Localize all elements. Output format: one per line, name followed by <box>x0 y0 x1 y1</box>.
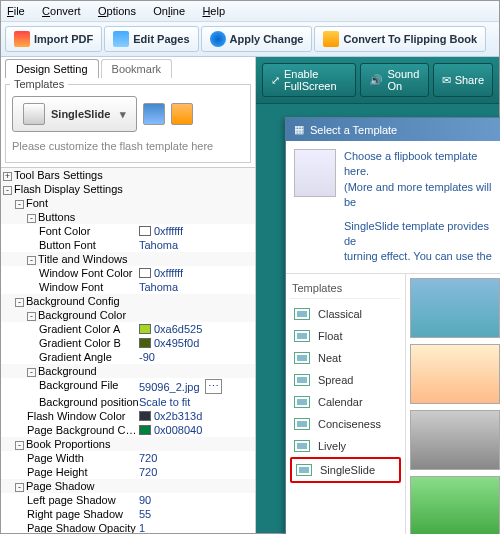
prop-bg-pos: Background position <box>3 396 139 408</box>
prop-page-h: Page Height <box>3 466 139 478</box>
apply-change-button[interactable]: Apply Change <box>201 26 313 52</box>
template-item-lively[interactable]: Lively <box>290 435 401 457</box>
val-page-w[interactable]: 720 <box>139 452 253 464</box>
swatch-icon <box>139 268 151 278</box>
convert-button[interactable]: Convert To Flipping Book <box>314 26 486 52</box>
val-left-sh[interactable]: 90 <box>139 494 253 506</box>
collapse-icon[interactable]: - <box>27 214 36 223</box>
save-template-icon[interactable] <box>143 103 165 125</box>
template-dialog-icon: ▦ <box>294 123 304 136</box>
template-icon <box>294 418 310 430</box>
share-button[interactable]: ✉Share <box>433 63 493 97</box>
select-template-dialog: ▦ Select a Template Choose a flipbook te… <box>285 117 500 534</box>
val-bg-pos[interactable]: Scale to fit <box>139 396 253 408</box>
convert-icon <box>323 31 339 47</box>
dialog-title-bar[interactable]: ▦ Select a Template <box>286 118 500 141</box>
collapse-icon[interactable]: - <box>3 186 12 195</box>
preview-thumb[interactable] <box>410 344 500 404</box>
preview-thumb[interactable] <box>410 410 500 470</box>
val-font-color[interactable]: 0xffffff <box>139 225 253 237</box>
menu-file[interactable]: FFileile <box>7 5 25 17</box>
mail-icon: ✉ <box>442 74 451 87</box>
template-item-neat[interactable]: Neat <box>290 347 401 369</box>
template-icon <box>294 374 310 386</box>
template-item-calendar[interactable]: Calendar <box>290 391 401 413</box>
left-panel: Design Setting Bookmark Templates Single… <box>1 57 256 533</box>
template-item-singleslide[interactable]: SingleSlide <box>290 457 401 483</box>
prop-win-font: Window Font <box>3 281 139 293</box>
prop-page-w: Page Width <box>3 452 139 464</box>
export-template-icon[interactable] <box>171 103 193 125</box>
prop-page-sho: Page Shadow Opacity <box>3 522 139 533</box>
template-item-conciseness[interactable]: Conciseness <box>290 413 401 435</box>
val-grad-b[interactable]: 0x495f0d <box>139 337 253 349</box>
chevron-down-icon: ▾ <box>120 108 126 121</box>
val-page-bg[interactable]: 0x008040 <box>139 424 253 436</box>
prop-grad-b: Gradient Color B <box>3 337 139 349</box>
val-grad-angle[interactable]: -90 <box>139 351 253 363</box>
template-item-float[interactable]: Float <box>290 325 401 347</box>
collapse-icon[interactable]: - <box>27 312 36 321</box>
templates-legend: Templates <box>10 78 68 90</box>
prop-font-color: Font Color <box>3 225 139 237</box>
template-item-classical[interactable]: Classical <box>290 303 401 325</box>
val-grad-a[interactable]: 0xa6d525 <box>139 323 253 335</box>
edit-pages-button[interactable]: Edit Pages <box>104 26 198 52</box>
menu-options[interactable]: Options <box>98 5 136 17</box>
template-selector-button[interactable]: SingleSlide ▾ <box>12 96 137 132</box>
expand-icon[interactable]: + <box>3 172 12 181</box>
tree-bookprop[interactable]: Book Proportions <box>26 438 110 450</box>
main-toolbar: Import PDF Edit Pages Apply Change Conve… <box>1 22 499 57</box>
preview-thumb[interactable] <box>410 278 500 338</box>
template-icon <box>23 103 45 125</box>
tree-bg[interactable]: Background <box>38 365 97 377</box>
prop-grad-angle: Gradient Angle <box>3 351 139 363</box>
tree-titlewin[interactable]: Title and Windows <box>38 253 127 265</box>
val-page-sho[interactable]: 1 <box>139 522 253 533</box>
val-win-font[interactable]: Tahoma <box>139 281 253 293</box>
val-bg-file[interactable]: 59096_2.jpg⋯ <box>139 379 253 394</box>
val-page-h[interactable]: 720 <box>139 466 253 478</box>
tab-design-setting[interactable]: Design Setting <box>5 59 99 78</box>
dialog-description: Choose a flipbook template here. (More a… <box>344 149 496 265</box>
fullscreen-button[interactable]: ⤢Enable FullScreen <box>262 63 356 97</box>
preview-toolbar: ⤢Enable FullScreen 🔊Sound On ✉Share <box>256 57 499 104</box>
collapse-icon[interactable]: - <box>15 441 24 450</box>
menu-online[interactable]: Online <box>153 5 185 17</box>
tree-toolbars[interactable]: Tool Bars Settings <box>14 169 103 181</box>
tree-font[interactable]: Font <box>26 197 48 209</box>
template-item-spread[interactable]: Spread <box>290 369 401 391</box>
prop-grad-a: Gradient Color A <box>3 323 139 335</box>
swatch-icon <box>139 324 151 334</box>
browse-icon[interactable]: ⋯ <box>205 379 222 394</box>
prop-left-sh: Left page Shadow <box>3 494 139 506</box>
collapse-icon[interactable]: - <box>27 368 36 377</box>
swatch-icon <box>139 425 151 435</box>
menu-help[interactable]: Help <box>202 5 225 17</box>
tree-flash[interactable]: Flash Display Settings <box>14 183 123 195</box>
template-icon <box>296 464 312 476</box>
val-win-font-color[interactable]: 0xffffff <box>139 267 253 279</box>
val-flash-win[interactable]: 0x2b313d <box>139 410 253 422</box>
collapse-icon[interactable]: - <box>15 298 24 307</box>
template-preview-thumb <box>294 149 336 197</box>
tree-buttons[interactable]: Buttons <box>38 211 75 223</box>
tree-bgconfig[interactable]: Background Config <box>26 295 120 307</box>
import-pdf-button[interactable]: Import PDF <box>5 26 102 52</box>
swatch-icon <box>139 411 151 421</box>
val-button-font[interactable]: Tahoma <box>139 239 253 251</box>
swatch-icon <box>139 338 151 348</box>
collapse-icon[interactable]: - <box>15 483 24 492</box>
prop-right-sh: Right page Shadow <box>3 508 139 520</box>
val-right-sh[interactable]: 55 <box>139 508 253 520</box>
template-icon <box>294 308 310 320</box>
menu-convert[interactable]: Convert <box>42 5 81 17</box>
tree-pageshadow[interactable]: Page Shadow <box>26 480 95 492</box>
template-previews <box>406 274 500 534</box>
collapse-icon[interactable]: - <box>15 200 24 209</box>
collapse-icon[interactable]: - <box>27 256 36 265</box>
preview-thumb[interactable] <box>410 476 500 534</box>
tree-bgcolor[interactable]: Background Color <box>38 309 126 321</box>
tab-bookmark[interactable]: Bookmark <box>101 59 173 78</box>
sound-button[interactable]: 🔊Sound On <box>360 63 428 97</box>
